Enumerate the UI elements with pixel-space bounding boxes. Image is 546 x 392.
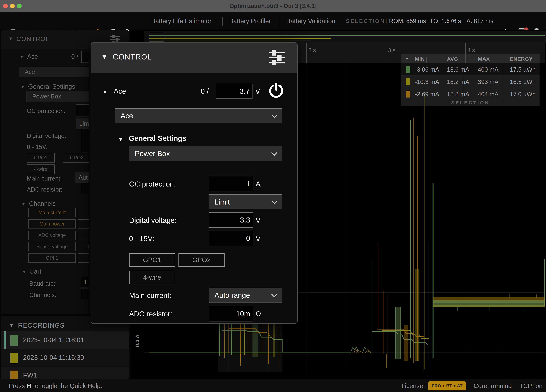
voltage-unit: V — [255, 87, 260, 96]
column-header-energy[interactable]: ENERGY — [510, 56, 533, 62]
range-label: 0 - 15V: — [129, 234, 154, 243]
voltage-input[interactable]: 3.7 — [216, 84, 253, 99]
cell-max: 404 mA — [478, 91, 499, 98]
license-badge[interactable]: PRO + BT + AT — [428, 381, 466, 390]
supply-mode-dropdown[interactable]: Power Box — [26, 91, 89, 102]
gpo2-button[interactable]: GPO2 — [63, 153, 89, 163]
channel-col2-button[interactable]: Se — [78, 242, 89, 251]
chevron-down-icon — [271, 292, 277, 297]
table-row[interactable]: -2.69 mA 18.8 mA 404 mA 17.0 µWh — [401, 88, 540, 100]
range-input[interactable] — [81, 141, 89, 152]
column-header-max[interactable]: MAX — [478, 56, 490, 62]
tab-battery-validation[interactable]: Battery Validation — [286, 12, 335, 30]
table-row[interactable]: -10.3 mA 18.2 mA 393 mA 16.5 µWh — [401, 75, 540, 88]
collapse-triangle-icon[interactable]: ▼ — [21, 202, 26, 207]
channel-gpi1-button[interactable]: GPI 1 — [28, 254, 76, 263]
supply-mode-value: Power Box — [32, 93, 61, 100]
range-unit: V — [256, 234, 260, 243]
selection-from: FROM: 859 ms — [385, 12, 426, 30]
main-current-label: Main current: — [129, 291, 171, 300]
recording-item[interactable]: FW1 — [1, 367, 129, 379]
minimize-window-button[interactable] — [10, 4, 15, 8]
cell-min: -10.3 mA — [415, 78, 439, 85]
collapse-triangle-icon: ▼ — [101, 53, 108, 61]
recording-item[interactable]: 2023-10-04 11:16:30 — [1, 349, 129, 366]
main-current-dropdown[interactable]: Auto range — [209, 288, 282, 303]
digital-voltage-label: Digital voltage: — [27, 133, 66, 139]
collapse-triangle-icon[interactable]: ▼ — [20, 55, 24, 59]
oc-protection-label: OC protection: — [27, 108, 65, 114]
four-wire-button[interactable]: 4-wire — [129, 271, 175, 284]
general-settings-header: General Settings — [129, 134, 187, 143]
voltage-input[interactable] — [81, 51, 89, 63]
app-window: Optimization.otii3 - Otii 3 [3.4.1] Batt… — [0, 0, 546, 392]
selection-to-label: TO: — [430, 18, 440, 25]
tab-battery-profiler[interactable]: Battery Profiler — [229, 12, 271, 30]
zoom-window-button[interactable] — [17, 4, 22, 8]
main-current-dropdown[interactable]: Aut — [75, 172, 89, 183]
collapse-triangle-icon[interactable]: ▼ — [22, 269, 26, 274]
uart-channels-input[interactable] — [81, 288, 89, 299]
channel-col2-button[interactable]: M — [78, 208, 89, 217]
digital-voltage-input[interactable]: 3.3 — [209, 212, 253, 228]
ch evron-down-icon — [271, 112, 277, 118]
recording-label: FW1 — [23, 372, 37, 379]
tab-separator — [280, 17, 280, 26]
supply-mode-dropdown[interactable]: Power Box — [129, 146, 282, 161]
channel-col2-button[interactable]: A — [78, 219, 89, 229]
close-window-button[interactable] — [3, 4, 8, 8]
channel-sense-voltage-button[interactable]: Sense-voltage — [28, 242, 76, 251]
oc-mode-value: Lim — [79, 120, 89, 127]
channel-main-current-button[interactable]: Main current — [28, 208, 76, 217]
cell-avg: 18.2 mA — [447, 78, 469, 85]
settings-sliders-icon[interactable] — [268, 50, 285, 65]
oc-protection-input[interactable] — [76, 105, 89, 117]
table-collapse-icon[interactable]: ▼ — [405, 56, 409, 61]
time-minor-tick — [347, 57, 347, 63]
chevron-down-icon — [271, 150, 277, 156]
range-input[interactable]: 0 — [209, 231, 253, 246]
channel-adc-voltage-button[interactable]: ADC voltage — [28, 231, 76, 240]
main-current-label: Main current: — [27, 175, 62, 182]
status-bar: PressHto toggle the Quick Help. License:… — [0, 379, 546, 392]
help-prefix: Press — [9, 382, 25, 390]
collapse-triangle-icon[interactable]: ▼ — [118, 136, 124, 142]
column-header-avg[interactable]: AVG — [447, 56, 458, 62]
collapse-triangle-icon[interactable]: ▼ — [21, 85, 25, 90]
baudrate-input[interactable]: 1 — [81, 277, 89, 288]
graph-overview-strip[interactable] — [143, 31, 546, 43]
adc-resistor-input[interactable]: 10m — [209, 306, 253, 321]
gpo1-button[interactable]: GPO1 — [129, 253, 175, 267]
overview-viewport-handle[interactable] — [149, 32, 164, 41]
channels-header: Channels — [29, 200, 56, 207]
table-row[interactable]: -3.06 mA 18.6 mA 400 mA 17.5 µWh — [401, 63, 540, 75]
output-counter: 0 / — [64, 53, 78, 60]
time-tick-label: 3 s — [388, 47, 396, 53]
tab-battery-life-estimator[interactable]: Battery Life Estimator — [151, 12, 211, 30]
gpo2-button[interactable]: GPO2 — [178, 253, 225, 267]
device-dropdown[interactable]: Ace — [19, 67, 89, 77]
time-major-tick — [386, 43, 386, 63]
oc-mode-dropdown[interactable]: Limit — [209, 194, 282, 209]
channel-col2-button[interactable]: A — [78, 231, 89, 240]
collapse-triangle-icon[interactable]: ▼ — [9, 323, 14, 328]
column-header-min[interactable]: MIN — [415, 56, 425, 62]
measurement-table: ▼ MIN AVG MAX ENERGY -3.06 mA 18.6 mA 40… — [401, 54, 540, 106]
recording-item[interactable]: 2023-10-04 11:18:01 — [1, 331, 129, 349]
channel-col2-button[interactable] — [78, 254, 89, 263]
four-wire-button[interactable]: 4-wire — [27, 164, 55, 174]
main-current-value: Aut — [78, 174, 88, 181]
control-panel-header[interactable]: ▼ CONTROL — [91, 43, 297, 73]
channel-main-power-button[interactable]: Main power — [28, 219, 76, 229]
device-dropdown[interactable]: Ace — [115, 108, 282, 123]
collapse-triangle-icon[interactable]: ▼ — [102, 89, 108, 95]
oc-mode-dropdown[interactable]: Lim — [76, 118, 89, 129]
power-toggle-icon[interactable] — [268, 83, 284, 99]
recording-swatch — [10, 335, 18, 346]
adc-resistor-input[interactable] — [81, 183, 89, 194]
oc-protection-input[interactable]: 1 — [209, 176, 253, 191]
general-settings-header: General Settings — [28, 83, 75, 90]
gpo1-button[interactable]: GPO1 — [27, 153, 55, 163]
digital-voltage-unit: V — [256, 216, 260, 225]
digital-voltage-input[interactable] — [81, 130, 89, 141]
